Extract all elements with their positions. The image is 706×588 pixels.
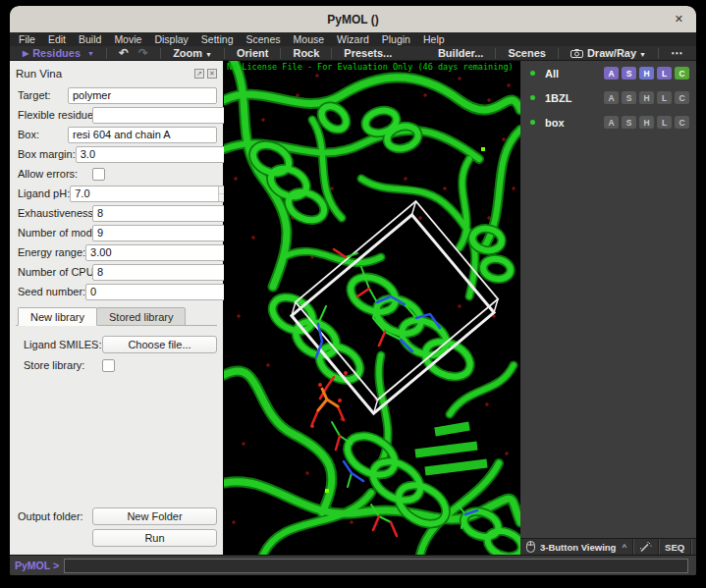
ligand-ph-input[interactable] [71, 187, 218, 201]
seq-toggle-button[interactable]: SEQ [658, 539, 690, 555]
mouse-mode-bar: 3-Button Viewing ^ SEQ >_ [520, 538, 696, 555]
seed-number-label: Seed number: [16, 286, 85, 297]
color-button[interactable]: C [675, 91, 689, 104]
camera-icon [570, 49, 583, 58]
menu-help[interactable]: Help [423, 33, 445, 45]
toolbar-separator [106, 48, 107, 59]
menu-edit[interactable]: Edit [48, 33, 66, 45]
chevron-down-icon: ▼ [639, 51, 646, 58]
choose-file-button[interactable]: Choose file... [102, 336, 217, 353]
more-button[interactable]: ⋯ [666, 46, 688, 60]
object-row-all[interactable]: All A S H L C [520, 61, 696, 85]
ligand-ph-label: Ligand pH: [16, 187, 70, 199]
flexible-residues-input[interactable] [92, 107, 242, 124]
toolbar-separator [495, 48, 496, 59]
hide-button[interactable]: H [639, 116, 654, 129]
action-button[interactable]: A [604, 91, 619, 104]
drawray-dropdown[interactable]: Draw/Ray▼ [566, 47, 651, 59]
box-input[interactable] [68, 127, 217, 143]
ligand-smiles-label: Ligand SMILES: [16, 339, 102, 350]
menu-setting[interactable]: Setting [201, 33, 234, 45]
magic-wand-icon [639, 542, 652, 553]
menu-display[interactable]: Display [154, 33, 188, 45]
tab-stored-library[interactable]: Stored library [96, 307, 186, 326]
toolbar-separator [331, 48, 332, 59]
menu-build[interactable]: Build [79, 33, 101, 45]
run-vina-panel: Run Vina ↗ ✕ Target: Flexible residues: … [10, 61, 224, 555]
command-input[interactable] [64, 559, 688, 573]
menu-bar: File Edit Build Movie Display Setting Sc… [10, 32, 696, 46]
scenes-button[interactable]: Scenes [503, 47, 551, 59]
redo-button[interactable]: ↷ [134, 46, 153, 60]
residues-dropdown[interactable]: ▶ Residues ▼ [18, 47, 99, 59]
toolbar-separator [224, 48, 225, 59]
undo-button[interactable]: ↶ [114, 46, 134, 60]
enabled-dot-icon [530, 71, 535, 76]
close-panel-icon[interactable]: ✕ [207, 69, 217, 79]
object-row-1bzl[interactable]: 1BZL A S H L C [520, 85, 696, 110]
action-button[interactable]: A [604, 67, 619, 80]
command-bar: PyMOL > [10, 555, 696, 575]
title-bar[interactable]: PyMOL () ✕ [10, 6, 696, 32]
pymol-window: PyMOL () ✕ File Edit Build Movie Display… [10, 6, 696, 575]
show-button[interactable]: S [622, 91, 636, 104]
energy-range-input[interactable] [86, 245, 234, 260]
rock-button[interactable]: Rock [288, 47, 324, 59]
enabled-dot-icon [530, 95, 535, 100]
box-label: Box: [16, 129, 68, 140]
menu-plugin[interactable]: Plugin [382, 33, 410, 45]
mouse-mode-button[interactable]: 3-Button Viewing ^ [520, 539, 632, 555]
label-button[interactable]: L [657, 67, 672, 80]
show-button[interactable]: S [622, 67, 636, 80]
show-button[interactable]: S [622, 116, 636, 129]
number-of-modes-label: Number of modes: [16, 227, 92, 239]
chevron-down-icon: ▼ [205, 51, 212, 58]
menu-movie[interactable]: Movie [114, 33, 141, 45]
close-icon[interactable]: ✕ [675, 12, 683, 26]
toolbar-separator [160, 48, 161, 59]
toolbar-separator [558, 48, 559, 59]
number-of-cpus-label: Number of CPUs: [16, 266, 92, 278]
menu-scenes[interactable]: Scenes [246, 33, 281, 45]
presets-button[interactable]: Presets... [339, 47, 397, 59]
menu-file[interactable]: File [19, 33, 35, 45]
tab-new-library[interactable]: New library [18, 307, 97, 326]
toolbar-separator [280, 48, 281, 59]
label-button[interactable]: L [657, 91, 672, 104]
menu-wizard[interactable]: Wizard [337, 33, 369, 45]
object-name: All [545, 68, 559, 80]
color-button[interactable]: C [675, 116, 689, 129]
number-of-cpus-input[interactable] [93, 265, 241, 280]
hide-button[interactable]: H [639, 91, 654, 104]
new-folder-button[interactable]: New Folder [92, 508, 217, 525]
main-toolbar: ▶ Residues ▼ ↶ ↷ Zoom▼ Orient Rock Prese… [10, 46, 696, 61]
target-input[interactable] [68, 87, 217, 104]
store-library-checkbox[interactable] [102, 359, 115, 372]
molecular-viewport[interactable]: No License File - For Evaluation Only (4… [224, 61, 520, 555]
builder-button[interactable]: Builder... [433, 47, 488, 59]
color-button[interactable]: C [675, 67, 689, 80]
undock-icon[interactable]: ↗ [194, 69, 204, 79]
run-button[interactable]: Run [92, 529, 217, 547]
menu-mouse[interactable]: Mouse [294, 33, 325, 45]
number-of-modes-input[interactable] [93, 226, 241, 241]
object-row-box[interactable]: box A S H L C [520, 110, 696, 134]
object-name: box [545, 117, 565, 129]
allow-errors-checkbox[interactable] [92, 168, 105, 181]
play-icon: ▶ [23, 49, 28, 58]
hide-button[interactable]: H [639, 67, 654, 80]
license-overlay-text: No License File - For Evaluation Only (4… [227, 62, 519, 72]
wizard-wand-button[interactable] [632, 539, 658, 555]
window-title: PyMOL () [327, 13, 378, 27]
builder-panel-button[interactable] [690, 539, 696, 555]
box-margin-input[interactable] [77, 147, 224, 162]
action-button[interactable]: A [604, 116, 619, 129]
seed-number-input[interactable] [86, 285, 234, 299]
orient-button[interactable]: Orient [232, 47, 273, 59]
object-sidebar: All A S H L C 1BZL A S H L C [520, 61, 696, 555]
exhaustiveness-input[interactable] [93, 206, 241, 221]
label-button[interactable]: L [657, 116, 672, 129]
zoom-dropdown[interactable]: Zoom▼ [168, 47, 217, 59]
enabled-dot-icon [530, 120, 535, 125]
mouse-icon [526, 541, 535, 553]
